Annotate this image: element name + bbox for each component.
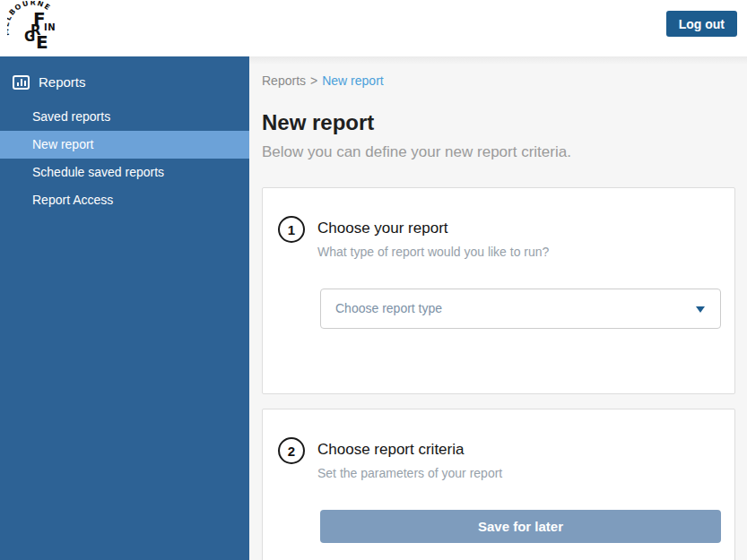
sidebar-section-reports[interactable]: Reports — [0, 56, 249, 90]
step-2-title: Choose report criteria — [317, 437, 502, 459]
sidebar-item-schedule-saved-reports[interactable]: Schedule saved reports — [0, 159, 249, 186]
sidebar-nav: Reports Saved reports New report Schedul… — [0, 56, 249, 560]
step-2-number-badge: 2 — [278, 437, 305, 464]
top-header: MELBOURNE F R IN G E Log out — [0, 0, 747, 56]
logout-button[interactable]: Log out — [666, 11, 737, 37]
page-title: New report — [262, 110, 735, 135]
main-content: Reports>New report New report Below you … — [249, 56, 747, 560]
breadcrumb: Reports>New report — [262, 73, 735, 88]
report-type-dropdown[interactable]: Choose report type — [320, 289, 721, 329]
step-2-card: 2 Choose report criteria Set the paramet… — [262, 409, 735, 560]
step-1-description: What type of report would you like to ru… — [317, 245, 549, 259]
logo-letter-g: G — [24, 30, 35, 44]
bar-chart-icon — [13, 75, 30, 90]
page-subtitle: Below you can define your new report cri… — [262, 143, 735, 161]
logo-letter-e: E — [36, 33, 48, 51]
save-for-later-button[interactable]: Save for later — [320, 510, 721, 543]
breadcrumb-separator: > — [310, 73, 317, 88]
breadcrumb-current-new-report[interactable]: New report — [322, 73, 383, 88]
breadcrumb-reports-link[interactable]: Reports — [262, 73, 306, 88]
step-1-title: Choose your report — [317, 216, 549, 237]
report-type-dropdown-value: Choose report type — [335, 301, 442, 315]
chevron-down-icon — [696, 306, 705, 313]
sidebar-items: Saved reports New report Schedule saved … — [0, 103, 249, 214]
step-1-card: 1 Choose your report What type of report… — [262, 187, 735, 394]
step-2-description: Set the parameters of your report — [317, 466, 502, 480]
sidebar-item-report-access[interactable]: Report Access — [0, 186, 249, 214]
step-1-number-badge: 1 — [278, 216, 305, 243]
sidebar-item-new-report[interactable]: New report — [0, 131, 249, 159]
melbourne-fringe-logo: MELBOURNE F R IN G E — [7, 1, 65, 55]
sidebar-section-label: Reports — [39, 74, 86, 90]
sidebar-item-saved-reports[interactable]: Saved reports — [0, 103, 249, 131]
